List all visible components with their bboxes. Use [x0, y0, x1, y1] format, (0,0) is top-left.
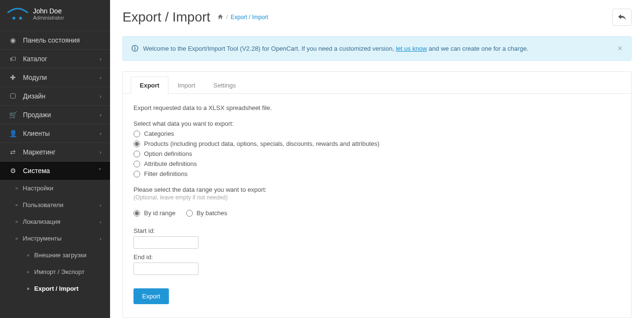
range-help: (Optional, leave empty if not needed) [133, 194, 621, 201]
bullet-icon: » [27, 286, 30, 291]
export-option-radio-4[interactable] [133, 171, 140, 177]
page-header: Export / Import / Export / Import [122, 9, 632, 26]
export-option-radio-2[interactable] [133, 151, 140, 157]
export-option-2: Option definitions [133, 150, 621, 157]
range-section: Please select the data range you want to… [133, 186, 621, 275]
svg-point-0 [12, 17, 15, 20]
chevron-down-icon: ˅ [99, 168, 101, 174]
submenu-label: Локализация [23, 218, 61, 225]
close-icon[interactable]: × [617, 44, 622, 54]
chevron-right-icon: › [100, 112, 101, 118]
export-option-1: Products (including product data, option… [133, 140, 621, 147]
dashboard-icon: ◉ [9, 36, 17, 44]
start-id-input[interactable] [133, 236, 199, 249]
range-mode-radio-1[interactable] [186, 210, 193, 217]
panel: ExportImportSettings Export requested da… [122, 71, 632, 318]
submenu-label: Пользователи [23, 201, 64, 208]
subsub-label: Внешние загрузки [34, 252, 87, 259]
export-option-label: Products (including product data, option… [144, 140, 379, 147]
sidebar-item-label: Каталог [23, 55, 100, 63]
chevron-right-icon: › [100, 131, 101, 136]
range-mode-label: By id range [144, 209, 176, 217]
export-intro: Export requested data to a XLSX spreadsh… [133, 104, 621, 111]
export-button[interactable]: Export [133, 288, 169, 304]
bullet-icon: » [27, 269, 30, 274]
bullet-icon: » [15, 186, 18, 191]
export-option-label: Filter definitions [144, 170, 188, 177]
export-option-radio-3[interactable] [133, 161, 140, 167]
submenu-label: Инструменты [23, 235, 62, 242]
sidebar-item-4[interactable]: 🛒Продажи› [0, 105, 110, 124]
sidebar-item-3[interactable]: 🖵Дизайн› [0, 87, 110, 105]
sidebar-item-label: Система [23, 167, 99, 175]
export-option-4: Filter definitions [133, 170, 621, 177]
user-icon: 👤 [9, 130, 17, 137]
chevron-right-icon: › [100, 149, 101, 155]
select-label: Select what data you want to export: [133, 120, 621, 127]
tab-export[interactable]: Export [131, 77, 168, 94]
subsub-item-0[interactable]: »Внешние загрузки [0, 247, 110, 263]
bullet-icon: » [15, 236, 18, 241]
sidebar-item-1[interactable]: 🏷Каталог› [0, 49, 110, 68]
content-area: Export / Import / Export / Import ⓘ Welc… [110, 0, 644, 318]
tabs: ExportImportSettings [123, 72, 631, 94]
cart-icon: 🛒 [9, 111, 17, 119]
breadcrumb-current[interactable]: Export / Import [231, 14, 268, 21]
range-mode-1: By batches [186, 209, 227, 217]
logo-icon [7, 6, 28, 22]
chevron-right-icon: › [100, 56, 101, 62]
submenu-item-0[interactable]: »Настройки [0, 180, 110, 197]
subsub-item-2[interactable]: »Export / Import [0, 280, 110, 297]
bullet-icon: » [15, 202, 18, 208]
export-option-3: Attribute definitions [133, 160, 621, 167]
submenu-item-2[interactable]: »Локализация› [0, 213, 110, 230]
subsub-label: Импорт / Экспорт [34, 268, 85, 275]
sidebar-item-label: Модули [23, 74, 100, 81]
svg-point-1 [19, 17, 22, 20]
alert-link[interactable]: let us know [396, 45, 427, 52]
sidebar-item-label: Клиенты [23, 130, 100, 137]
end-id-group: End id: [133, 253, 621, 275]
user-role: Administrator [33, 15, 64, 21]
range-mode-0: By id range [133, 209, 176, 217]
sidebar: John Doe Administrator ◉Панель состояния… [0, 0, 110, 318]
sidebar-item-label: Маркетинг [23, 148, 100, 156]
export-option-label: Attribute definitions [144, 160, 197, 167]
end-id-input[interactable] [133, 263, 199, 275]
alert-text: Welcome to the Export/Import Tool (V2.28… [143, 45, 528, 52]
range-mode-radio-0[interactable] [133, 210, 140, 217]
export-option-label: Option definitions [144, 150, 192, 157]
sidebar-item-6[interactable]: ⇄Маркетинг› [0, 143, 110, 161]
sidebar-item-2[interactable]: ✚Модули› [0, 68, 110, 87]
range-label: Please select the data range you want to… [133, 186, 621, 193]
submenu-item-3[interactable]: »Инструменты› [0, 230, 110, 247]
page-title: Export / Import [122, 10, 211, 25]
home-icon[interactable] [217, 14, 223, 21]
back-button[interactable] [612, 9, 632, 26]
tab-import[interactable]: Import [168, 77, 204, 94]
sidebar-item-0[interactable]: ◉Панель состояния [0, 31, 110, 49]
subsub-label: Export / Import [34, 285, 78, 292]
sidebar-item-5[interactable]: 👤Клиенты› [0, 124, 110, 143]
submenu-item-1[interactable]: »Пользователи› [0, 197, 110, 213]
start-id-label: Start id: [133, 227, 621, 234]
end-id-label: End id: [133, 253, 621, 261]
subsub-item-1[interactable]: »Импорт / Экспорт [0, 263, 110, 280]
sidebar-item-7[interactable]: ⚙Система˅ [0, 161, 110, 180]
share-icon: ⇄ [9, 148, 17, 156]
range-mode-label: By batches [197, 209, 227, 217]
sidebar-item-label: Продажи [23, 111, 100, 119]
breadcrumb-sep: / [226, 14, 228, 21]
export-option-radio-0[interactable] [133, 131, 140, 137]
export-option-radio-1[interactable] [133, 141, 140, 147]
tab-settings[interactable]: Settings [204, 77, 245, 94]
info-alert: ⓘ Welcome to the Export/Import Tool (V2.… [122, 36, 632, 61]
user-name: John Doe [33, 7, 64, 15]
sidebar-item-label: Дизайн [23, 92, 100, 100]
sidebar-item-label: Панель состояния [23, 36, 101, 44]
chevron-right-icon: › [100, 75, 101, 80]
sidebar-header: John Doe Administrator [0, 0, 110, 31]
chevron-right-icon: › [100, 219, 101, 225]
monitor-icon: 🖵 [9, 92, 17, 100]
reply-icon [618, 14, 626, 21]
